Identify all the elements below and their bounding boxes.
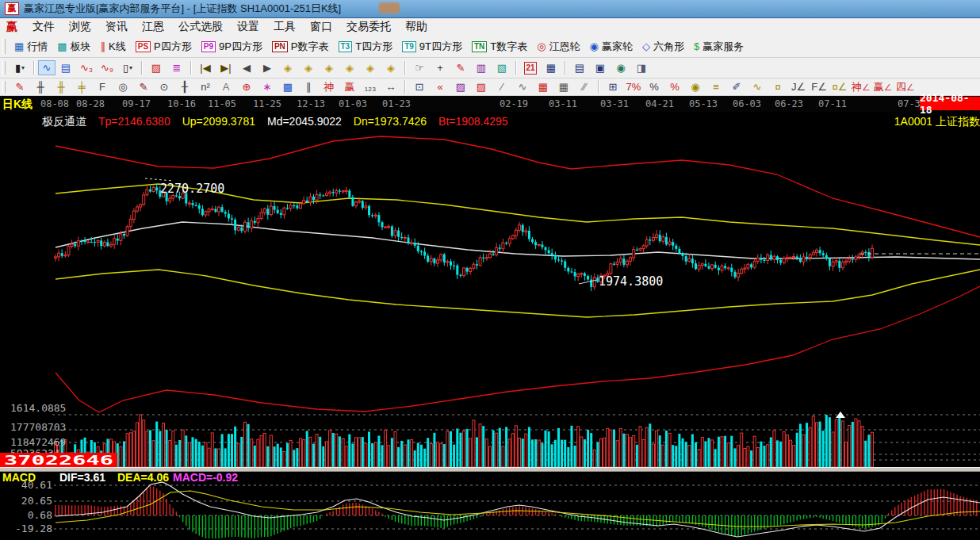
draw-gold-angle[interactable]: ¤∠	[829, 79, 850, 94]
view-wave-region[interactable]: ▧	[492, 60, 512, 75]
draw-note-pen[interactable]: ✐	[726, 79, 747, 94]
menu-item-5[interactable]: 设置	[230, 19, 266, 35]
view-first-bar[interactable]: |◀	[195, 60, 216, 75]
draw-n-square[interactable]: n²	[195, 79, 216, 94]
view-candle-style-dropdown[interactable]: ▯▾	[117, 60, 138, 75]
view-zoom-out-x[interactable]: ◈	[319, 60, 339, 75]
view-crosshair[interactable]: +	[430, 60, 450, 75]
draw-j-angle[interactable]: J∠	[788, 79, 809, 94]
toolbar-t-number-table[interactable]: TNT数字表	[467, 38, 532, 56]
draw-star-web[interactable]: ∗	[257, 79, 278, 94]
draw-hatch-box[interactable]: ▨	[471, 79, 492, 94]
draw-slant-line[interactable]: ∕	[492, 79, 512, 94]
draw-wave-gold[interactable]: ∿	[747, 79, 768, 94]
draw-web-grid[interactable]: ▩	[278, 79, 298, 94]
price-ruler-icon: ╫	[36, 82, 44, 93]
draw-fan-box[interactable]: ▨	[450, 79, 471, 94]
view-band-overlay[interactable]: ▨	[146, 60, 167, 75]
draw-four-angle[interactable]: 四∠	[894, 79, 917, 94]
menu-item-0[interactable]: 文件	[25, 19, 62, 35]
toolbar-t-square[interactable]: T3T四方形	[334, 38, 398, 56]
toolbar-nine-t-square[interactable]: T99T四方形	[397, 38, 467, 56]
view-data-export[interactable]: ◨	[631, 60, 652, 75]
draw-shen-angle[interactable]: 神∠	[850, 79, 872, 94]
view-wave-9[interactable]: ∿₉	[97, 60, 117, 75]
toolbar-p-square[interactable]: PSP四方形	[131, 38, 197, 56]
draw-win-angle[interactable]: 赢∠	[872, 79, 894, 94]
draw-slash-lines[interactable]: ⁄⁄	[574, 79, 595, 94]
toolbar-hexagon[interactable]: ◇六角形	[637, 38, 689, 56]
svg-text:177708703: 177708703	[10, 421, 66, 433]
draw-trend-pen[interactable]: ✎	[10, 79, 30, 94]
menu-item-9[interactable]: 帮助	[398, 19, 434, 35]
shen-ruler-icon: 神	[324, 82, 335, 93]
draw-gold-ruler[interactable]: ╫	[51, 79, 71, 94]
menu-item-3[interactable]: 江恩	[135, 19, 171, 35]
draw-percent-lines[interactable]: %	[664, 79, 685, 94]
toolbar-p-number-table[interactable]: PNP数字表	[267, 38, 334, 56]
draw-angle-marker[interactable]: A	[216, 79, 236, 94]
view-web-refresh[interactable]: ◉	[611, 60, 631, 75]
menu-item-8[interactable]: 交易委托	[339, 19, 398, 35]
draw-gold-line[interactable]: ¤	[768, 79, 788, 94]
view-hand-pan[interactable]: ☞	[409, 60, 430, 75]
toolbar-gann-wheel[interactable]: ◎江恩轮	[532, 38, 584, 56]
win-angle-icon: 赢∠	[874, 82, 893, 93]
menu-item-1[interactable]: 浏览	[62, 19, 98, 35]
view-prev-bar[interactable]: ◀	[236, 60, 257, 75]
view-expand-xy[interactable]: ◈	[381, 60, 401, 75]
view-pen-off[interactable]: ✎	[450, 60, 471, 75]
view-wave-3[interactable]: ∿₃	[76, 60, 97, 75]
draw-percent-7[interactable]: 7%	[623, 79, 644, 94]
draw-fib-ruler[interactable]: F	[92, 79, 113, 94]
date-axis[interactable]: 日K线 08-0808-2809-1710-1611-0511-2512-130…	[0, 96, 980, 112]
draw-gold-ruler-2[interactable]: ╪	[71, 79, 92, 94]
menu-item-4[interactable]: 公式选股	[171, 19, 230, 35]
view-clipboard[interactable]: ▥	[471, 60, 492, 75]
draw-ruler-123[interactable]: ₁₂₃	[360, 79, 381, 94]
draw-grid-gray[interactable]: ▦	[553, 79, 574, 94]
toolbar-winner-wheel[interactable]: ◉赢家轮	[585, 38, 637, 56]
view-zoom-in-x[interactable]: ◈	[339, 60, 360, 75]
draw-grid-red[interactable]: ▦	[533, 79, 553, 94]
toolbar-sector-blocks[interactable]: ▩板块	[52, 38, 95, 56]
toolbar-market-quotes[interactable]: ▦行情	[10, 38, 52, 56]
draw-width-measure[interactable]: ↔	[381, 79, 401, 94]
draw-rect-tool[interactable]: ⊡	[409, 79, 430, 94]
view-calendar-21[interactable]: 21	[520, 60, 541, 75]
view-info-panel[interactable]: ▤	[56, 60, 76, 75]
menu-item-7[interactable]: 窗口	[303, 19, 339, 35]
draw-dense-ruler[interactable]: ╂	[174, 79, 195, 94]
menu-item-2[interactable]: 资讯	[98, 19, 135, 35]
draw-gann-clock[interactable]: ⊙	[154, 79, 174, 94]
draw-shen-ruler[interactable]: 神	[319, 79, 339, 94]
draw-win-ruler[interactable]: 赢	[339, 79, 360, 94]
draw-spiral[interactable]: ◎	[113, 79, 133, 94]
draw-target-cross[interactable]: ⊕	[236, 79, 257, 94]
draw-percent[interactable]: %	[644, 79, 664, 94]
toolbar-winner-service[interactable]: $赢家服务	[689, 38, 748, 56]
draw-fan-lines[interactable]: «	[430, 79, 450, 94]
draw-gold-section-circle[interactable]: ◉	[685, 79, 706, 94]
draw-measure-box[interactable]: ⊞	[603, 79, 623, 94]
toolbar-nine-p-square[interactable]: P99P四方形	[197, 38, 267, 56]
view-report-doc[interactable]: ▤	[569, 60, 590, 75]
view-next-bar[interactable]: ▶	[257, 60, 278, 75]
view-calculator[interactable]: ▦	[541, 60, 561, 75]
view-last-bar[interactable]: ▶|	[216, 60, 236, 75]
draw-gold-section[interactable]: ≡	[706, 79, 726, 94]
view-save-disk[interactable]: ▣	[590, 60, 611, 75]
view-period-dropdown[interactable]: ▮▾	[10, 60, 30, 75]
draw-tick-pair[interactable]: ∥	[298, 79, 319, 94]
draw-marker-pen[interactable]: ✎	[133, 79, 154, 94]
view-compress-y[interactable]: ◈	[360, 60, 381, 75]
draw-price-ruler[interactable]: ╫	[30, 79, 51, 94]
draw-f-angle[interactable]: F∠	[809, 79, 829, 94]
menu-item-6[interactable]: 工具	[266, 19, 303, 35]
view-pan-right[interactable]: ◈	[298, 60, 319, 75]
toolbar-kline[interactable]: ∥K线	[96, 38, 131, 56]
draw-zigzag-line[interactable]: ∿	[512, 79, 533, 94]
view-pan-left[interactable]: ◈	[278, 60, 298, 75]
view-zigzag-window[interactable]: ∿	[38, 60, 56, 75]
view-profile-bars[interactable]: ≣	[167, 60, 187, 75]
